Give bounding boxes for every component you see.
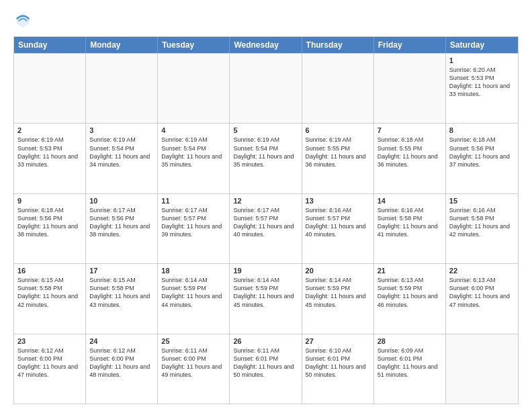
day-info: Sunrise: 6:09 AM Sunset: 6:01 PM Dayligh… [378, 347, 442, 379]
calendar-cell: 4Sunrise: 6:19 AM Sunset: 5:54 PM Daylig… [158, 124, 230, 193]
day-number: 12 [233, 197, 298, 205]
day-info: Sunrise: 6:16 AM Sunset: 5:58 PM Dayligh… [378, 206, 442, 239]
day-number: 10 [89, 197, 154, 205]
day-info: Sunrise: 6:10 AM Sunset: 6:01 PM Dayligh… [306, 347, 370, 379]
calendar-cell: 10Sunrise: 6:17 AM Sunset: 5:56 PM Dayli… [86, 194, 158, 263]
day-info: Sunrise: 6:14 AM Sunset: 5:59 PM Dayligh… [306, 276, 370, 309]
calendar-header: SundayMondayTuesdayWednesdayThursdayFrid… [14, 37, 518, 53]
day-number: 1 [449, 56, 515, 64]
day-number: 26 [233, 337, 298, 345]
calendar-cell: 17Sunrise: 6:15 AM Sunset: 5:58 PM Dayli… [86, 264, 158, 333]
weekday-header: Monday [86, 37, 158, 53]
day-number: 17 [89, 267, 154, 275]
calendar-cell: 8Sunrise: 6:18 AM Sunset: 5:56 PM Daylig… [446, 124, 518, 193]
day-info: Sunrise: 6:17 AM Sunset: 5:57 PM Dayligh… [161, 206, 226, 239]
day-info: Sunrise: 6:18 AM Sunset: 5:56 PM Dayligh… [449, 136, 515, 169]
day-info: Sunrise: 6:17 AM Sunset: 5:56 PM Dayligh… [89, 206, 154, 239]
calendar-cell [374, 54, 446, 123]
logo [13, 11, 35, 30]
calendar-cell: 22Sunrise: 6:13 AM Sunset: 6:00 PM Dayli… [446, 264, 518, 333]
weekday-header: Tuesday [158, 37, 230, 53]
day-info: Sunrise: 6:13 AM Sunset: 6:00 PM Dayligh… [449, 276, 515, 309]
calendar-cell: 21Sunrise: 6:13 AM Sunset: 5:59 PM Dayli… [374, 264, 446, 333]
weekday-header: Wednesday [230, 37, 302, 53]
day-info: Sunrise: 6:14 AM Sunset: 5:59 PM Dayligh… [233, 276, 298, 309]
day-info: Sunrise: 6:13 AM Sunset: 5:59 PM Dayligh… [378, 276, 442, 309]
day-info: Sunrise: 6:18 AM Sunset: 5:56 PM Dayligh… [17, 206, 82, 239]
calendar-row: 9Sunrise: 6:18 AM Sunset: 5:56 PM Daylig… [14, 193, 518, 263]
day-info: Sunrise: 6:11 AM Sunset: 6:01 PM Dayligh… [233, 347, 298, 379]
day-info: Sunrise: 6:20 AM Sunset: 5:53 PM Dayligh… [449, 66, 515, 99]
day-number: 3 [89, 126, 154, 134]
calendar-cell [230, 54, 302, 123]
day-number: 14 [378, 197, 442, 205]
calendar-cell: 7Sunrise: 6:18 AM Sunset: 5:55 PM Daylig… [374, 124, 446, 193]
day-number: 24 [89, 337, 154, 345]
logo-icon [13, 11, 32, 30]
day-number: 22 [449, 267, 515, 275]
day-info: Sunrise: 6:15 AM Sunset: 5:58 PM Dayligh… [17, 276, 82, 309]
day-info: Sunrise: 6:19 AM Sunset: 5:54 PM Dayligh… [161, 136, 226, 169]
weekday-header: Friday [374, 37, 446, 53]
calendar: SundayMondayTuesdayWednesdayThursdayFrid… [13, 36, 519, 404]
day-number: 5 [233, 126, 298, 134]
calendar-cell: 16Sunrise: 6:15 AM Sunset: 5:58 PM Dayli… [14, 264, 86, 333]
calendar-cell [158, 54, 230, 123]
calendar-cell: 18Sunrise: 6:14 AM Sunset: 5:59 PM Dayli… [158, 264, 230, 333]
calendar-cell: 6Sunrise: 6:19 AM Sunset: 5:55 PM Daylig… [302, 124, 374, 193]
calendar-cell [86, 54, 158, 123]
day-number: 28 [378, 337, 442, 345]
calendar-cell: 13Sunrise: 6:16 AM Sunset: 5:57 PM Dayli… [302, 194, 374, 263]
day-info: Sunrise: 6:12 AM Sunset: 6:00 PM Dayligh… [17, 347, 82, 379]
calendar-cell: 26Sunrise: 6:11 AM Sunset: 6:01 PM Dayli… [230, 334, 302, 404]
calendar-cell: 24Sunrise: 6:12 AM Sunset: 6:00 PM Dayli… [86, 334, 158, 404]
day-info: Sunrise: 6:16 AM Sunset: 5:58 PM Dayligh… [449, 206, 515, 239]
day-number: 11 [161, 197, 226, 205]
calendar-cell: 9Sunrise: 6:18 AM Sunset: 5:56 PM Daylig… [14, 194, 86, 263]
day-number: 7 [378, 126, 442, 134]
calendar-cell: 23Sunrise: 6:12 AM Sunset: 6:00 PM Dayli… [14, 334, 86, 404]
day-info: Sunrise: 6:17 AM Sunset: 5:57 PM Dayligh… [233, 206, 298, 239]
page-header [13, 11, 519, 30]
calendar-cell [14, 54, 86, 123]
calendar-cell: 2Sunrise: 6:19 AM Sunset: 5:53 PM Daylig… [14, 124, 86, 193]
day-number: 8 [449, 126, 515, 134]
calendar-cell [302, 54, 374, 123]
day-number: 25 [161, 337, 226, 345]
day-info: Sunrise: 6:11 AM Sunset: 6:00 PM Dayligh… [161, 347, 226, 379]
day-number: 6 [306, 126, 370, 134]
calendar-cell: 27Sunrise: 6:10 AM Sunset: 6:01 PM Dayli… [302, 334, 374, 404]
day-number: 21 [378, 267, 442, 275]
calendar-row: 1Sunrise: 6:20 AM Sunset: 5:53 PM Daylig… [14, 53, 518, 123]
day-info: Sunrise: 6:16 AM Sunset: 5:57 PM Dayligh… [306, 206, 370, 239]
day-info: Sunrise: 6:19 AM Sunset: 5:54 PM Dayligh… [89, 136, 154, 169]
day-number: 23 [17, 337, 82, 345]
calendar-cell: 15Sunrise: 6:16 AM Sunset: 5:58 PM Dayli… [446, 194, 518, 263]
day-number: 9 [17, 197, 82, 205]
calendar-cell: 1Sunrise: 6:20 AM Sunset: 5:53 PM Daylig… [446, 54, 518, 123]
day-number: 16 [17, 267, 82, 275]
calendar-row: 23Sunrise: 6:12 AM Sunset: 6:00 PM Dayli… [14, 334, 518, 404]
weekday-header: Sunday [14, 37, 86, 53]
day-number: 20 [306, 267, 370, 275]
calendar-cell: 28Sunrise: 6:09 AM Sunset: 6:01 PM Dayli… [374, 334, 446, 404]
day-info: Sunrise: 6:19 AM Sunset: 5:55 PM Dayligh… [306, 136, 370, 169]
calendar-cell: 5Sunrise: 6:19 AM Sunset: 5:54 PM Daylig… [230, 124, 302, 193]
day-number: 2 [17, 126, 82, 134]
day-info: Sunrise: 6:18 AM Sunset: 5:55 PM Dayligh… [378, 136, 442, 169]
calendar-cell [446, 334, 518, 404]
calendar-cell: 20Sunrise: 6:14 AM Sunset: 5:59 PM Dayli… [302, 264, 374, 333]
day-number: 19 [233, 267, 298, 275]
day-number: 27 [306, 337, 370, 345]
calendar-row: 16Sunrise: 6:15 AM Sunset: 5:58 PM Dayli… [14, 263, 518, 333]
day-info: Sunrise: 6:15 AM Sunset: 5:58 PM Dayligh… [89, 276, 154, 309]
weekday-header: Thursday [302, 37, 374, 53]
day-info: Sunrise: 6:19 AM Sunset: 5:54 PM Dayligh… [233, 136, 298, 169]
day-number: 18 [161, 267, 226, 275]
day-info: Sunrise: 6:14 AM Sunset: 5:59 PM Dayligh… [161, 276, 226, 309]
day-info: Sunrise: 6:12 AM Sunset: 6:00 PM Dayligh… [89, 347, 154, 379]
calendar-cell: 19Sunrise: 6:14 AM Sunset: 5:59 PM Dayli… [230, 264, 302, 333]
weekday-header: Saturday [446, 37, 518, 53]
day-info: Sunrise: 6:19 AM Sunset: 5:53 PM Dayligh… [17, 136, 82, 169]
day-number: 13 [306, 197, 370, 205]
